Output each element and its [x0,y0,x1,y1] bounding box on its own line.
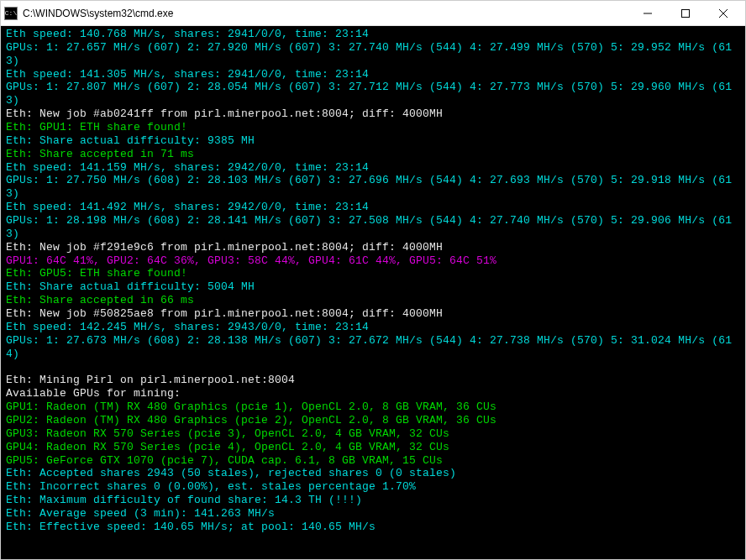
terminal-line: Eth: GPU5: ETH share found! [6,267,740,280]
terminal-line: Eth: Mining Pirl on pirl.minerpool.net:8… [6,374,740,387]
cmd-icon: C:\ [4,7,18,20]
terminal-line: Eth: Average speed (3 min): 141.263 MH/s [6,507,740,521]
terminal-line: Eth speed: 141.159 MH/s, shares: 2942/0/… [6,161,740,175]
window-title: C:\WINDOWS\system32\cmd.exe [23,8,628,19]
terminal-line: GPUs: 1: 27.673 MH/s (608) 2: 28.138 MH/… [6,334,740,361]
terminal-line: Eth: New job #ab0241ff from pirl.minerpo… [6,107,740,121]
terminal-line: GPUs: 1: 28.198 MH/s (608) 2: 28.141 MH/… [6,214,740,241]
terminal-line: GPUs: 1: 27.657 MH/s (607) 2: 27.920 MH/… [6,41,740,68]
terminal-line: Eth: Share accepted in 66 ms [6,294,740,307]
terminal-line: Eth: Accepted shares 2943 (50 stales), r… [6,467,740,480]
terminal-line: Eth speed: 141.492 MH/s, shares: 2942/0/… [6,201,740,214]
terminal-line: Eth: New job #50825ae8 from pirl.minerpo… [6,307,740,321]
titlebar[interactable]: C:\ C:\WINDOWS\system32\cmd.exe [1,1,745,26]
terminal-output[interactable]: Eth speed: 140.768 MH/s, shares: 2941/0/… [1,26,745,559]
terminal-line: Eth speed: 141.305 MH/s, shares: 2941/0/… [6,68,740,81]
terminal-line: GPU4: Radeon RX 570 Series (pcie 4), Ope… [6,441,740,454]
terminal-line: Eth speed: 142.245 MH/s, shares: 2943/0/… [6,321,740,334]
terminal-line: GPU2: Radeon (TM) RX 480 Graphics (pcie … [6,414,740,427]
terminal-line: Eth: Share actual difficulty: 9385 MH [6,134,740,148]
maximize-button[interactable] [666,1,704,25]
terminal-line: GPU5: GeForce GTX 1070 (pcie 7), CUDA ca… [6,454,740,468]
terminal-line: GPUs: 1: 27.750 MH/s (608) 2: 28.103 MH/… [6,174,740,201]
close-button[interactable] [704,1,742,25]
terminal-line: GPU3: Radeon RX 570 Series (pcie 3), Ope… [6,427,740,441]
terminal-line: Available GPUs for mining: [6,387,740,400]
terminal-line: Eth: GPU1: ETH share found! [6,121,740,134]
terminal-line: Eth: New job #f291e9c6 from pirl.minerpo… [6,241,740,254]
terminal-line: GPUs: 1: 27.807 MH/s (607) 2: 28.054 MH/… [6,81,740,107]
terminal-line: Eth: Incorrect shares 0 (0.00%), est. st… [6,480,740,494]
terminal-line: Eth: Share accepted in 71 ms [6,148,740,161]
window-controls [628,1,742,25]
terminal-line: Eth speed: 140.768 MH/s, shares: 2941/0/… [6,28,740,41]
terminal-line: Eth: Effective speed: 140.65 MH/s; at po… [6,521,740,534]
svg-rect-1 [681,9,689,17]
terminal-line: GPU1: 64C 41%, GPU2: 64C 36%, GPU3: 58C … [6,254,740,268]
cmd-window: C:\ C:\WINDOWS\system32\cmd.exe Eth spee… [0,0,746,560]
terminal-line: GPU1: Radeon (TM) RX 480 Graphics (pcie … [6,400,740,414]
terminal-line [6,360,740,374]
minimize-button[interactable] [628,1,666,25]
terminal-line: Eth: Maximum difficulty of found share: … [6,494,740,507]
terminal-line: Eth: Share actual difficulty: 5004 MH [6,280,740,294]
